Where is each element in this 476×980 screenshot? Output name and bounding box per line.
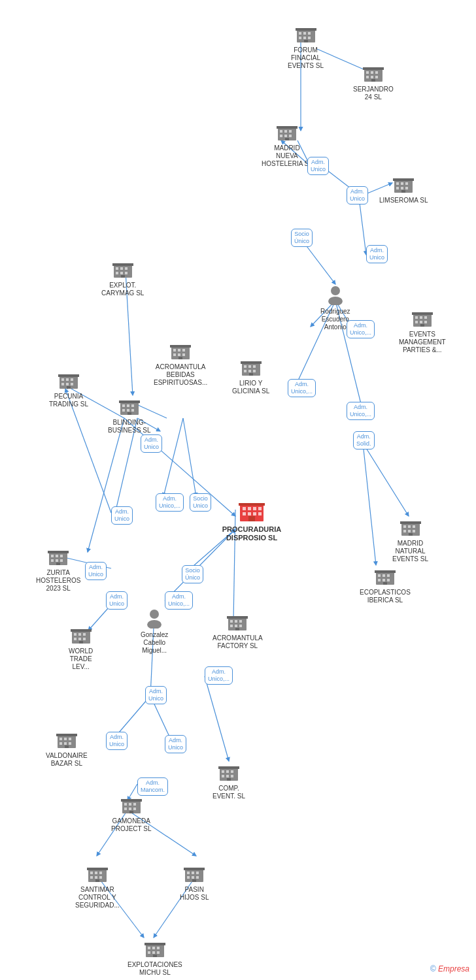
svg-rect-174	[239, 620, 242, 623]
madrid_hosteleria-label: MADRID NUEVA HOSTELERIA SL	[262, 144, 313, 168]
badge-b12[interactable]: Adm. Unico	[111, 506, 133, 525]
badge-b21[interactable]: Adm. Mancom.	[137, 777, 168, 796]
svg-rect-240	[157, 951, 160, 954]
svg-rect-138	[127, 409, 129, 412]
svg-rect-81	[396, 187, 399, 189]
node-explot_carymag[interactable]: EXPLOT. CARYMAG SL	[101, 258, 144, 297]
svg-rect-210	[133, 803, 136, 806]
svg-rect-203	[226, 775, 229, 777]
node-madrid_hosteleria[interactable]: MADRID NUEVA HOSTELERIA SL	[262, 121, 313, 168]
svg-rect-217	[90, 872, 93, 874]
madrid_hosteleria-icon	[277, 121, 298, 144]
svg-rect-176	[235, 625, 237, 627]
badge-b19[interactable]: Adm. Unico	[106, 732, 128, 750]
svg-rect-44	[243, 512, 246, 515]
node-gonzalez_cabello[interactable]: Gonzalez Cabello Miguel...	[141, 608, 168, 655]
svg-rect-89	[415, 316, 418, 319]
rodriguez-icon	[325, 284, 346, 308]
svg-rect-153	[382, 574, 385, 577]
svg-rect-199	[222, 770, 224, 773]
acromantula_factory-label: ACROMANTULA FACTORY SL	[212, 634, 263, 650]
svg-rect-213	[133, 808, 136, 810]
svg-rect-160	[48, 551, 69, 553]
svg-rect-52	[303, 32, 306, 35]
svg-rect-112	[182, 353, 185, 356]
badge-b6[interactable]: Adm. Unico,...	[288, 379, 316, 397]
svg-rect-193	[60, 742, 62, 745]
node-santimar_control[interactable]: SANTIMAR CONTROL Y SEGURIDAD...	[75, 862, 120, 909]
svg-rect-133	[119, 400, 140, 403]
gonzalez_cabello-label: Gonzalez Cabello Miguel...	[141, 631, 168, 655]
pasin_hijos-icon	[184, 862, 205, 886]
node-pasin_hijos[interactable]: PASIN HIJOS SL	[180, 862, 209, 902]
svg-rect-92	[415, 321, 418, 323]
badge-b17[interactable]: Adm. Unico,...	[205, 666, 233, 685]
node-limseroma[interactable]: LIMSEROMA SL	[379, 173, 428, 204]
svg-rect-39	[239, 503, 265, 506]
lirio_glicinia-label: LIRIO Y GLICINIA SL	[232, 380, 269, 395]
badge-b5[interactable]: Adm. Unico,...	[347, 320, 375, 338]
node-gamoneda_project[interactable]: GAMONEDA PROJECT SL	[111, 794, 152, 833]
node-zurita_hosteleros[interactable]: ZURITA HOSTELEROS 2023 SL	[36, 546, 80, 593]
badge-b9[interactable]: Adm. Unico	[141, 434, 162, 453]
badge-b15[interactable]: Adm. Unico	[106, 591, 128, 610]
svg-rect-190	[60, 738, 62, 740]
node-acromantula_factory[interactable]: ACROMANTULA FACTORY SL	[212, 611, 263, 650]
svg-rect-113	[178, 357, 182, 359]
badge-b10[interactable]: Adm. Unico,...	[156, 493, 184, 512]
svg-rect-56	[308, 37, 311, 39]
svg-rect-164	[51, 559, 54, 562]
svg-point-169	[147, 620, 162, 629]
svg-rect-227	[192, 872, 194, 874]
badge-b11[interactable]: Socio Unico	[190, 493, 211, 512]
svg-rect-152	[378, 574, 381, 577]
node-pecunia_trading[interactable]: PECUNIA TRADING SL	[49, 369, 88, 408]
svg-rect-154	[387, 574, 390, 577]
badge-b16[interactable]: Adm. Unico,...	[165, 591, 193, 610]
badge-b13[interactable]: Adm. Unico	[85, 562, 107, 580]
badge-b3[interactable]: Socio Único	[291, 229, 313, 247]
node-ecoplasticos[interactable]: ECOPLASTICOS IBERICA SL	[360, 565, 411, 604]
badge-b8[interactable]: Adm. Solid.	[353, 431, 375, 449]
watermark: © Empresa	[430, 964, 469, 973]
svg-rect-171	[227, 616, 248, 619]
zurita_hosteleros-label: ZURITA HOSTELEROS 2023 SL	[36, 569, 80, 593]
node-acromantula_bebidas[interactable]: ACROMANTULA BEBIDAS ESPIRITUOSAS...	[154, 340, 207, 387]
node-rodriguez[interactable]: Rodriguez Escudero Antonio	[320, 284, 350, 331]
node-blinding_business[interactable]: BLINDING- BUSINESS SL	[108, 395, 151, 434]
svg-line-27	[205, 676, 229, 761]
node-lirio_glicinia[interactable]: LIRIO Y GLICINIA SL	[232, 356, 269, 395]
badge-b18[interactable]: Adm. Unico	[145, 686, 167, 704]
svg-rect-177	[239, 625, 242, 627]
badge-b2[interactable]: Adm. Unico	[347, 186, 368, 204]
node-forum[interactable]: FORUM FINACIAL EVENTS SL	[288, 23, 324, 70]
svg-rect-236	[152, 947, 155, 949]
pecunia_trading-icon	[58, 369, 79, 393]
node-serjandro[interactable]: SERJANDRO 24 SL	[353, 62, 394, 101]
svg-rect-239	[152, 951, 155, 954]
node-madrid_natural[interactable]: MADRID NATURAL EVENTS SL	[392, 516, 428, 563]
node-procuraduria[interactable]: PROCURADURIA DISPROSIO SL	[216, 497, 288, 542]
svg-rect-94	[424, 321, 427, 323]
badge-b4[interactable]: Adm. Unico	[366, 245, 388, 263]
santimar_control-icon	[87, 862, 108, 886]
badge-b7[interactable]: Adm. Unico,...	[347, 402, 375, 420]
badge-b1[interactable]: Adm. Unico	[307, 157, 329, 175]
svg-rect-139	[131, 409, 134, 412]
svg-rect-126	[66, 378, 69, 381]
rodriguez-label: Rodriguez Escudero Antonio	[320, 308, 350, 331]
svg-rect-209	[129, 803, 131, 806]
node-world_trade[interactable]: WORLD TRADE LEV...	[69, 624, 93, 671]
svg-rect-207	[121, 799, 142, 802]
svg-rect-93	[420, 321, 422, 323]
gamoneda_project-label: GAMONEDA PROJECT SL	[111, 817, 152, 833]
node-comp_event[interactable]: COMP. EVENT. SL	[212, 761, 245, 800]
svg-rect-142	[400, 521, 421, 524]
badge-b14[interactable]: Socio Único	[182, 565, 203, 583]
svg-point-168	[150, 610, 159, 619]
node-explotaciones_michu[interactable]: EXPLOTACIONES MICHU SL	[128, 938, 182, 977]
node-events_management[interactable]: EVENTS MANAGEMENT PARTIES &...	[399, 307, 446, 354]
svg-rect-167	[56, 563, 60, 565]
badge-b20[interactable]: Adm. Unico	[165, 735, 186, 753]
node-valdonaire_bazar[interactable]: VALDONAIRE BAZAR SL	[46, 728, 88, 768]
